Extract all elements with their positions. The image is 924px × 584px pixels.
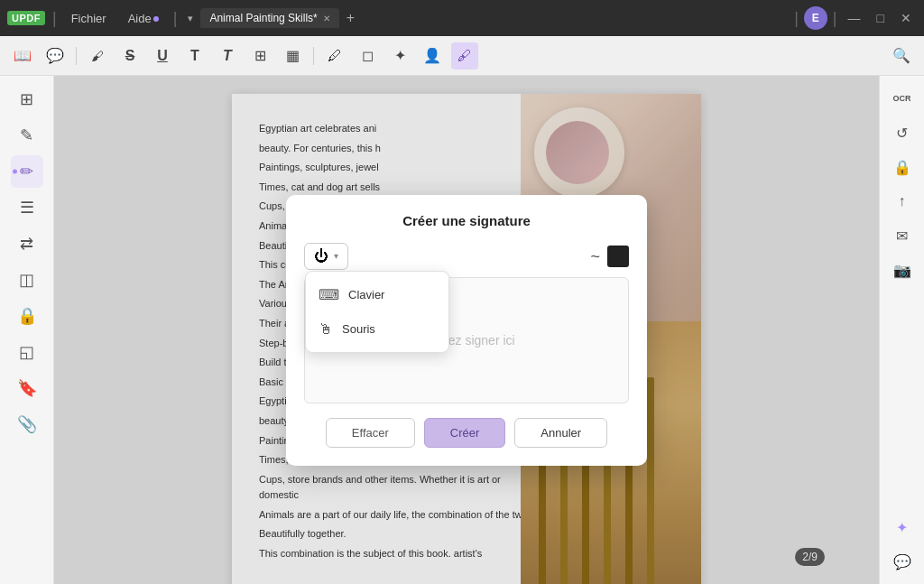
- menu-fichier[interactable]: Fichier: [64, 10, 114, 27]
- ai-star-icon[interactable]: ✦: [887, 512, 918, 542]
- sidebar-layers-icon[interactable]: ◱: [11, 336, 43, 368]
- mouse-icon: 🖱: [319, 321, 333, 338]
- protect-icon[interactable]: 🔒: [887, 152, 918, 182]
- camera-icon[interactable]: 📷: [887, 255, 918, 285]
- color-picker[interactable]: [607, 246, 629, 267]
- close-button[interactable]: ✕: [895, 9, 917, 27]
- squiggle-icon: ~: [590, 248, 600, 264]
- toolbar-sep-1: [76, 47, 77, 65]
- brush-icon[interactable]: 🖌: [84, 42, 111, 70]
- mouse-option[interactable]: 🖱 Souris: [306, 312, 448, 347]
- main-area: ⊞ ✎ ✏ ☰ ⇄ ◫ 🔒 ◱ 🔖 📎 Egyptian art celebra…: [0, 76, 924, 584]
- sidebar-attachment-icon[interactable]: 📎: [11, 408, 43, 440]
- tab-area: ▾ Animal Painting Skills* ✕ +: [184, 8, 787, 28]
- sidebar-protect-icon[interactable]: 🔒: [11, 300, 43, 332]
- title-sep-3: |: [794, 9, 799, 28]
- text-icon-1[interactable]: T: [181, 42, 208, 70]
- color-pen-icon[interactable]: 🖊: [321, 42, 348, 70]
- search-icon[interactable]: 🔍: [888, 42, 915, 70]
- app-logo: UPDF: [7, 11, 45, 25]
- active-tab[interactable]: Animal Painting Skills* ✕: [200, 8, 338, 28]
- mouse-label: Souris: [342, 322, 375, 336]
- tab-dropdown-icon[interactable]: ▾: [184, 11, 197, 26]
- cancel-button[interactable]: Annuler: [514, 418, 607, 448]
- share-icon[interactable]: ↑: [887, 186, 918, 217]
- active-dot-indicator: [13, 170, 17, 174]
- dialog-buttons: Effacer Créer Annuler: [304, 418, 629, 448]
- document-area: Egyptian art celebrates ani beauty. For …: [54, 76, 879, 584]
- sidebar-annotation-icon[interactable]: ✎: [11, 119, 43, 152]
- sidebar-convert-icon[interactable]: ⇄: [11, 227, 43, 260]
- mode-chevron-icon: ▾: [334, 251, 338, 261]
- sidebar-edit-icon[interactable]: ✏: [11, 155, 43, 188]
- minimize-button[interactable]: —: [843, 9, 866, 27]
- sidebar-form-icon[interactable]: ☰: [11, 191, 43, 224]
- clear-button[interactable]: Effacer: [326, 418, 415, 448]
- underline-icon[interactable]: U: [149, 42, 176, 70]
- right-sidebar: OCR ↺ 🔒 ↑ ✉ 📷 ✦ 💬: [879, 76, 924, 584]
- toolbar-sep-2: [313, 47, 314, 65]
- maximize-button[interactable]: □: [872, 9, 890, 27]
- table-icon[interactable]: ▦: [279, 42, 306, 70]
- person-icon[interactable]: 👤: [419, 42, 446, 70]
- title-sep-1: |: [52, 9, 57, 28]
- left-sidebar: ⊞ ✎ ✏ ☰ ⇄ ◫ 🔒 ◱ 🔖 📎: [0, 76, 54, 584]
- sidebar-bookmark-icon[interactable]: 🔖: [11, 372, 43, 404]
- tab-label: Animal Painting Skills*: [209, 12, 317, 24]
- sidebar-pages-icon[interactable]: ⊞: [11, 83, 43, 116]
- title-sep-2: |: [173, 9, 178, 28]
- comment-icon[interactable]: 💬: [42, 42, 69, 70]
- mode-icon: ⏻: [314, 248, 328, 264]
- history-icon[interactable]: ↺: [887, 117, 918, 148]
- image-icon[interactable]: ⊞: [246, 42, 273, 70]
- title-bar: UPDF | Fichier Aide | ▾ Animal Painting …: [0, 0, 924, 36]
- dialog-title: Créer une signature: [304, 213, 629, 228]
- mail-icon[interactable]: ✉: [887, 220, 918, 251]
- text-icon-2[interactable]: T: [214, 42, 241, 70]
- stamp-icon[interactable]: 🖋: [451, 42, 478, 70]
- avatar[interactable]: E: [804, 6, 827, 30]
- tab-close-icon[interactable]: ✕: [323, 14, 330, 23]
- strikethrough-icon[interactable]: S: [116, 42, 143, 70]
- menu-aide[interactable]: Aide: [121, 10, 166, 27]
- ocr-icon[interactable]: OCR: [887, 83, 918, 114]
- keyboard-icon: ⌨: [319, 286, 339, 303]
- star-shape-icon[interactable]: ✦: [386, 42, 413, 70]
- new-tab-icon[interactable]: +: [343, 10, 358, 26]
- window-controls: | E | — □ ✕: [794, 6, 917, 30]
- toolbar: 📖 💬 🖌 S U T T ⊞ ▦ 🖊 ◻ ✦ 👤 🖋 🔍: [0, 36, 924, 76]
- chat-bottom-icon[interactable]: 💬: [887, 546, 918, 577]
- signature-dialog: Créer une signature ⏻ ▾ ⌨ Clavier 🖱: [286, 195, 647, 466]
- create-button[interactable]: Créer: [424, 418, 506, 448]
- dialog-overlay: Créer une signature ⏻ ▾ ⌨ Clavier 🖱: [54, 76, 879, 584]
- title-sep-4: |: [833, 9, 837, 28]
- aide-dot: [153, 16, 159, 22]
- sidebar-organize-icon[interactable]: ◫: [11, 264, 43, 296]
- book-icon[interactable]: 📖: [9, 42, 36, 70]
- shape-icon[interactable]: ◻: [354, 42, 381, 70]
- keyboard-option[interactable]: ⌨ Clavier: [306, 277, 448, 312]
- dialog-toolbar: ⏻ ▾ ⌨ Clavier 🖱 Souris: [304, 243, 629, 270]
- mode-selector-button[interactable]: ⏻ ▾ ⌨ Clavier 🖱 Souris: [304, 243, 348, 270]
- mode-dropdown: ⌨ Clavier 🖱 Souris: [305, 271, 449, 353]
- keyboard-label: Clavier: [348, 288, 384, 301]
